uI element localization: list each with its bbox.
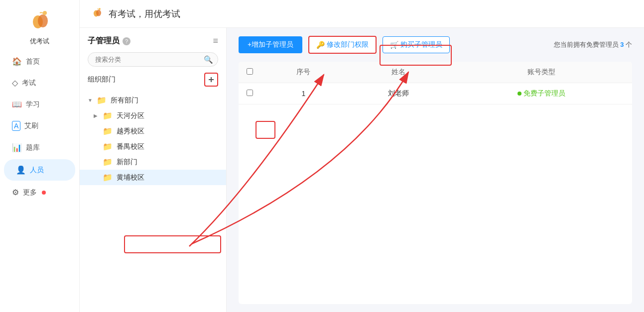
- tree-item-tianhe[interactable]: ▶ 📁 天河分区: [80, 108, 226, 123]
- badge-dot: [517, 92, 521, 96]
- cart-icon: 🛒: [390, 41, 398, 49]
- panel-header: 子管理员 ? ≡: [80, 36, 226, 52]
- row-checkbox[interactable]: [247, 90, 253, 96]
- row-checkbox-cell: [239, 83, 261, 104]
- row-type: 免费子管理员: [451, 83, 632, 104]
- sidebar-item-study[interactable]: 📖 学习: [0, 94, 79, 115]
- tree-item-xin[interactable]: 📁 新部门: [80, 154, 226, 170]
- ai-icon: A: [12, 121, 20, 131]
- sidebar-item-ai[interactable]: A 艾刷: [0, 115, 79, 137]
- study-icon: 📖: [12, 100, 22, 109]
- account-type-label: 免费子管理员: [523, 89, 565, 98]
- topbar: 有考试，用优考试: [80, 0, 644, 28]
- action-bar: +增加子管理员 🔑 修改部门权限 🛒 购买子管理员 您当前拥有免费管理员 3 个: [239, 36, 632, 54]
- svg-point-1: [38, 14, 48, 27]
- col-checkbox: [239, 62, 261, 83]
- help-icon[interactable]: ?: [123, 37, 130, 45]
- svg-point-4: [96, 10, 101, 16]
- logo: [25, 5, 55, 35]
- folder-icon-panyu: 📁: [103, 142, 113, 151]
- tree-label-yuexiu: 越秀校区: [117, 127, 144, 136]
- account-type-badge: 免费子管理员: [459, 89, 624, 98]
- content-area: 子管理员 ? ≡ 🔍 组织部门 ▼: [80, 28, 644, 312]
- nav-menu: 🏠 首页 ◇ 考试 📖 学习 A 艾刷 📊 题库 👤 人员 ⚙ 更多: [0, 51, 79, 203]
- search-icon[interactable]: 🔍: [204, 55, 213, 64]
- panel-title-row: 子管理员 ?: [88, 36, 130, 46]
- brand-label: 优考试: [30, 37, 49, 46]
- col-name: 姓名: [346, 62, 451, 83]
- exam-label: 考试: [22, 79, 36, 88]
- panel-title: 子管理员: [88, 36, 120, 46]
- tree-label-huangpu: 黄埔校区: [117, 173, 144, 182]
- more-label: 更多: [23, 188, 37, 197]
- question-label: 题库: [26, 143, 40, 152]
- free-info-suffix: 个: [626, 41, 632, 48]
- select-all-checkbox[interactable]: [247, 68, 253, 75]
- org-section: 组织部门: [80, 73, 226, 91]
- folder-icon-huangpu: 📁: [103, 173, 113, 182]
- admin-table: 序号 姓名 账号类型 1 刘老师: [239, 62, 632, 104]
- people-icon: 👤: [16, 165, 26, 175]
- people-label: 人员: [30, 166, 44, 175]
- tree-label-all: 所有部门: [111, 96, 138, 105]
- buy-admin-button[interactable]: 🛒 购买子管理员: [383, 36, 450, 53]
- tree-label-tianhe: 天河分区: [117, 111, 144, 120]
- tree-label-panyu: 番禺校区: [117, 142, 144, 151]
- sidebar-item-exam[interactable]: ◇ 考试: [0, 72, 79, 94]
- home-icon: 🏠: [12, 57, 22, 66]
- row-seq: 1: [261, 83, 346, 104]
- sidebar: 优考试 🏠 首页 ◇ 考试 📖 学习 A 艾刷 📊 题库 👤 人员 ⚙ 更多: [0, 0, 80, 312]
- modify-permission-button[interactable]: 🔑 修改部门权限: [308, 36, 377, 54]
- tree-label-xin: 新部门: [117, 158, 137, 167]
- modify-permission-label: 修改部门权限: [327, 40, 369, 49]
- col-type: 账号类型: [451, 62, 632, 83]
- menu-icon[interactable]: ≡: [213, 36, 218, 46]
- tree-area: ▼ 📁 所有部门 ▶ 📁 天河分区 📁 越秀校区 📁 番禺校: [80, 91, 226, 312]
- expand-arrow: ▼: [88, 98, 94, 103]
- buy-admin-label: 购买子管理员: [400, 40, 442, 49]
- tree-item-panyu[interactable]: 📁 番禺校区: [80, 139, 226, 154]
- folder-icon-yuexiu: 📁: [103, 126, 113, 136]
- search-bar: 🔍: [88, 52, 218, 67]
- home-label: 首页: [26, 57, 40, 66]
- add-org-button[interactable]: [204, 73, 218, 87]
- sidebar-item-question[interactable]: 📊 题库: [0, 137, 79, 158]
- tree-item-all[interactable]: ▼ 📁 所有部门: [80, 93, 226, 108]
- folder-icon-xin: 📁: [103, 157, 113, 167]
- exam-icon: ◇: [12, 78, 18, 88]
- question-icon: 📊: [12, 143, 22, 152]
- row-name: 刘老师: [346, 83, 451, 104]
- svg-point-5: [99, 8, 101, 10]
- folder-icon: 📁: [97, 96, 107, 105]
- org-label: 组织部门: [88, 75, 116, 84]
- sidebar-item-more[interactable]: ⚙ 更多: [0, 182, 79, 203]
- expand-arrow-tianhe: ▶: [94, 113, 100, 118]
- topbar-logo-icon: [92, 8, 103, 19]
- add-org-btn-wrapper: [204, 73, 218, 87]
- folder-icon-tianhe: 📁: [103, 111, 113, 120]
- topbar-title: 有考试，用优考试: [109, 8, 180, 20]
- free-info: 您当前拥有免费管理员 3 个: [554, 40, 632, 49]
- col-seq: 序号: [261, 62, 346, 83]
- svg-point-2: [43, 11, 47, 15]
- free-info-prefix: 您当前拥有免费管理员: [554, 41, 619, 48]
- table-header-row: 序号 姓名 账号类型: [239, 62, 632, 83]
- main-area: 有考试，用优考试 子管理员 ? ≡ 🔍 组织部门: [80, 0, 644, 312]
- tree-item-yuexiu[interactable]: 📁 越秀校区: [80, 123, 226, 139]
- sidebar-item-people[interactable]: 👤 人员: [4, 159, 75, 181]
- ai-label: 艾刷: [24, 121, 38, 130]
- study-label: 学习: [26, 100, 40, 109]
- free-count: 3: [620, 41, 624, 48]
- sidebar-item-home[interactable]: 🏠 首页: [0, 51, 79, 72]
- key-icon: 🔑: [316, 41, 325, 49]
- table-row: 1 刘老师 免费子管理员: [239, 83, 632, 104]
- add-admin-button[interactable]: +增加子管理员: [239, 36, 302, 53]
- tree-item-huangpu[interactable]: 📁 黄埔校区: [80, 170, 226, 185]
- left-panel: 子管理员 ? ≡ 🔍 组织部门 ▼: [80, 28, 227, 312]
- right-panel: +增加子管理员 🔑 修改部门权限 🛒 购买子管理员 您当前拥有免费管理员 3 个: [227, 28, 644, 312]
- more-icon: ⚙: [12, 188, 19, 197]
- admin-table-wrap: 序号 姓名 账号类型 1 刘老师: [239, 62, 632, 304]
- notification-dot: [42, 191, 46, 195]
- search-input[interactable]: [88, 52, 218, 67]
